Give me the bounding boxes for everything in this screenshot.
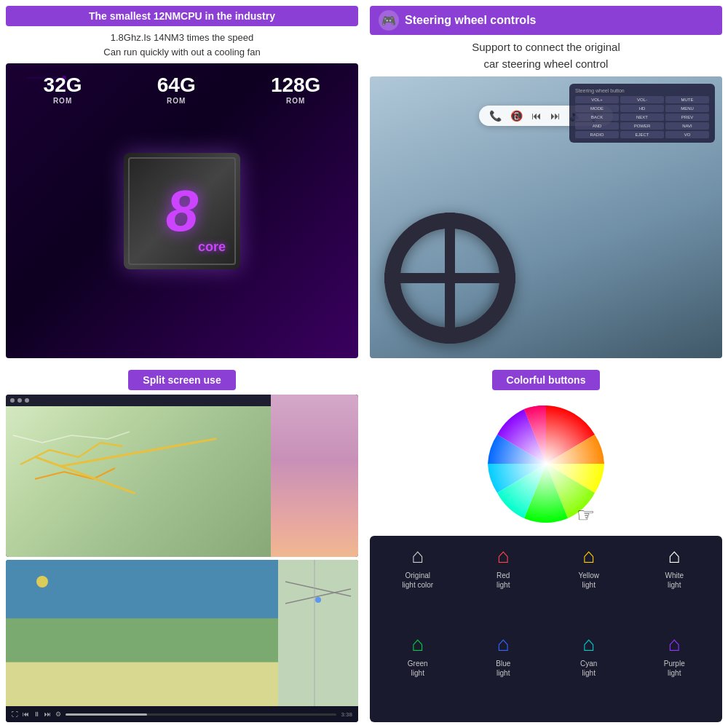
btn-and: AND	[575, 122, 619, 130]
svg-rect-13	[6, 662, 278, 706]
storage-128g-label: ROM	[271, 97, 321, 105]
btn-vol-minus: VOL-	[620, 96, 664, 103]
blue-light-label: Bluelight	[496, 659, 510, 678]
storage-128g: 128G ROM	[271, 74, 321, 105]
btn-radio: RADIO	[575, 131, 619, 138]
light-original[interactable]: ⌂ Originallight color	[379, 545, 457, 625]
skip-forward-icon[interactable]: ⏭	[44, 711, 51, 718]
storage-row: 32G ROM 64G ROM 128G ROM	[6, 74, 358, 105]
red-light-label: Redlight	[496, 571, 510, 590]
cpu-badge: The smallest 12NMCPU in the industry	[6, 6, 358, 26]
cpu-core-label: core	[198, 240, 226, 255]
split-screens: 15:54	[6, 395, 358, 722]
red-house-icon: ⌂	[497, 545, 510, 568]
light-purple[interactable]: ⌂ Purplelight	[636, 633, 714, 713]
steering-title: Steering wheel controls	[405, 14, 536, 27]
split-bottom-inner	[6, 560, 358, 706]
video-scene-svg	[6, 560, 278, 706]
colors-section: Colorful buttons	[364, 364, 728, 728]
progress-fill	[66, 713, 147, 716]
skip-back-icon[interactable]: ⏮	[23, 711, 29, 718]
cpu-subtext-line2: Can run quickly with out a cooling fan	[103, 47, 260, 58]
light-red[interactable]: ⌂ Redlight	[464, 545, 543, 625]
storage-64g-size: 64G	[157, 74, 196, 97]
steering-support-text: Support to connect the originalcar steer…	[370, 39, 722, 72]
blue-house-icon: ⌂	[497, 633, 510, 656]
steering-ui-title: Steering wheel button	[575, 88, 709, 93]
split-bottom-screen: ⛶ ⏮ ⏸ ⏭ ⚙ 3:38	[6, 560, 358, 722]
next-icon: ⏭	[550, 110, 561, 122]
page-grid: The smallest 12NMCPU in the industry 1.8…	[0, 0, 728, 728]
btn-menu: MENU	[665, 105, 709, 112]
light-yellow[interactable]: ⌂ Yellowlight	[550, 545, 628, 625]
white-house-icon: ⌂	[668, 545, 681, 568]
cpu-section: The smallest 12NMCPU in the industry 1.8…	[0, 0, 364, 364]
btn-hd: HD	[620, 105, 664, 112]
video-panel	[6, 560, 278, 706]
steering-image: 📞 📵 ⏮ ⏭ 🔉 🔊 Steering wheel button VOL+ V…	[370, 76, 722, 358]
btn-next: NEXT	[620, 114, 664, 121]
btn-eject: EJECT	[620, 131, 664, 138]
btn-back: BACK	[575, 114, 619, 121]
svg-point-19	[315, 597, 321, 603]
white-light-label: Whitelight	[665, 571, 684, 590]
light-green[interactable]: ⌂ Greenlight	[379, 633, 457, 713]
btn-vol-plus: VOL+	[575, 96, 619, 103]
video-controls[interactable]: ⛶ ⏮ ⏸ ⏭ ⚙ 3:38	[6, 706, 358, 722]
person-image	[271, 395, 358, 557]
storage-32g-label: ROM	[44, 97, 82, 105]
btn-vo: VO	[665, 131, 709, 138]
split-top-screen: 15:54	[6, 395, 358, 557]
storage-64g: 64G ROM	[157, 74, 196, 105]
storage-32g-size: 32G	[44, 74, 82, 97]
nav-icon-home	[17, 398, 22, 403]
color-cursor-icon[interactable]: ☞	[577, 503, 595, 527]
btn-navi: NAVI	[665, 122, 709, 130]
small-map-svg	[278, 560, 358, 706]
cpu-subtext-line1: 1.8Ghz.Is 14NM3 times the speed	[111, 32, 254, 43]
end-call-icon: 📵	[510, 110, 523, 122]
purple-house-icon: ⌂	[668, 633, 681, 656]
settings-icon[interactable]: ⚙	[55, 711, 61, 718]
steering-ui-buttons: VOL+ VOL- MUTE MODE HD MENU BACK NEXT PR…	[575, 96, 709, 138]
green-light-label: Greenlight	[408, 659, 428, 678]
purple-light-label: Purplelight	[664, 659, 685, 678]
nav-icon-recents	[25, 398, 29, 403]
play-pause-icon[interactable]: ⏸	[33, 711, 40, 718]
fullscreen-icon[interactable]: ⛶	[12, 711, 18, 718]
storage-64g-label: ROM	[157, 97, 196, 105]
btn-mute: MUTE	[665, 96, 709, 103]
cyan-light-label: Cyanlight	[580, 659, 597, 678]
light-white[interactable]: ⌂ Whitelight	[636, 545, 714, 625]
svg-rect-15	[278, 560, 358, 706]
svg-point-14	[36, 576, 48, 587]
chat-video-panel	[271, 395, 358, 557]
cpu-subtext: 1.8Ghz.Is 14NM3 times the speed Can run …	[6, 31, 358, 59]
steering-section: 🎮 Steering wheel controls Support to con…	[364, 0, 728, 364]
light-blue[interactable]: ⌂ Bluelight	[464, 633, 543, 713]
btn-mode: MODE	[575, 105, 619, 112]
prev-icon: ⏮	[531, 110, 542, 122]
cpu-image: 32G ROM 64G ROM 128G ROM 8 core	[6, 63, 358, 358]
btn-power: POWER	[620, 122, 664, 130]
steering-wheel-shape	[384, 213, 515, 344]
progress-bar[interactable]	[66, 713, 336, 716]
svg-rect-12	[6, 618, 278, 662]
map-roads-svg	[6, 406, 271, 557]
cyan-house-icon: ⌂	[582, 633, 595, 656]
original-light-label: Originallight color	[402, 571, 433, 590]
color-wheel-area: ☞	[370, 395, 722, 536]
nav-icon-back	[10, 398, 15, 403]
steering-ui-panel: Steering wheel button VOL+ VOL- MUTE MOD…	[569, 84, 715, 143]
time-label: 3:38	[341, 711, 352, 718]
navigation-map	[6, 406, 271, 557]
steering-header: 🎮 Steering wheel controls	[370, 6, 722, 35]
btn-prev: PREV	[665, 114, 709, 121]
phone-icon: 📞	[489, 110, 502, 122]
green-house-icon: ⌂	[411, 633, 424, 656]
light-cyan[interactable]: ⌂ Cyanlight	[550, 633, 628, 713]
yellow-house-icon: ⌂	[582, 545, 595, 568]
yellow-light-label: Yellowlight	[578, 571, 599, 590]
colors-badge: Colorful buttons	[492, 370, 601, 390]
split-screen-section: Split screen use 15:54	[0, 364, 364, 728]
